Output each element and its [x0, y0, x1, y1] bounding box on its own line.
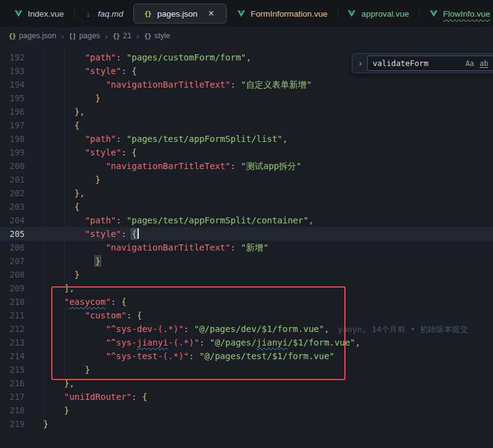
code-line[interactable]: 210 "easycom": {	[0, 295, 493, 309]
line-number[interactable]: 205	[0, 227, 35, 241]
code-line[interactable]: 209 ],	[0, 281, 493, 295]
line-number[interactable]: 211	[0, 309, 35, 322]
line-number[interactable]: 217	[0, 390, 35, 404]
code-line[interactable]: 218 }	[0, 404, 493, 417]
code-line[interactable]: 196 },	[0, 105, 493, 118]
line-number[interactable]: 204	[0, 214, 35, 227]
code-line[interactable]: 207 }	[0, 254, 493, 268]
chevron-right-icon[interactable]: ›	[357, 57, 364, 70]
code-token: :	[189, 351, 199, 361]
code-token: }	[95, 256, 100, 266]
code-token: }	[95, 93, 100, 103]
tab-forminformation-vue[interactable]: FormInformation.vue	[226, 4, 338, 23]
line-number[interactable]: 194	[0, 78, 35, 91]
code-line[interactable]: 206 "navigationBarTitleText": "新增"	[0, 241, 493, 254]
code-line[interactable]: 201 }	[0, 173, 493, 186]
code-token: "navigationBarTitleText"	[106, 243, 230, 252]
whole-word-button[interactable]: ab	[477, 56, 491, 72]
close-icon[interactable]: ×	[205, 8, 217, 19]
code-token	[43, 80, 106, 89]
code-token: "custom"	[85, 310, 126, 320]
line-number[interactable]: 195	[0, 91, 35, 105]
code-line[interactable]: 195 }	[0, 91, 493, 105]
tab-approval-vue[interactable]: approval.vue	[338, 4, 419, 23]
code-line[interactable]: 216 },	[0, 376, 493, 390]
find-query: validateForm	[373, 57, 462, 70]
editor[interactable]: 192 "path": "pages/customForm/form",193 …	[0, 44, 493, 448]
tab-pages-json[interactable]: {}pages.json×	[133, 4, 226, 23]
code-token: "	[64, 297, 69, 307]
line-number[interactable]: 218	[0, 404, 35, 417]
line-number[interactable]: 207	[0, 254, 35, 268]
line-content: {	[35, 200, 80, 214]
breadcrumb-separator-icon: ›	[61, 31, 64, 41]
line-content: "^sys-test-(.*)": "@/pages/test/$1/form.…	[35, 349, 334, 363]
breadcrumb-item-pages[interactable]: []pages	[68, 31, 100, 40]
code-line[interactable]: 200 "navigationBarTitleText": "测试app拆分"	[0, 159, 493, 173]
breadcrumb-item-pages-json[interactable]: {}pages.json	[9, 31, 56, 40]
line-number[interactable]: 219	[0, 417, 35, 431]
code-line[interactable]: 202 },	[0, 186, 493, 200]
line-number[interactable]: 212	[0, 322, 35, 336]
code-token: {	[131, 147, 136, 157]
line-number[interactable]: 203	[0, 200, 35, 214]
code-line[interactable]: 205 "style": {	[0, 227, 493, 241]
tab-label: FlowInfo.vue	[443, 9, 491, 19]
line-content: "path": "pages/customForm/form",	[35, 51, 251, 64]
breadcrumb-item-21[interactable]: {}21	[113, 31, 132, 40]
code-line[interactable]: 194 "navigationBarTitleText": "自定义表单新增"	[0, 78, 493, 91]
code-line[interactable]: 197 {	[0, 118, 493, 132]
tab-faq-md[interactable]: ↓faq.md	[74, 4, 133, 23]
code-token	[43, 215, 85, 225]
line-content: }	[35, 417, 48, 431]
code-token: ,	[80, 107, 85, 117]
code-line[interactable]: 211 "custom": {	[0, 309, 493, 322]
line-number[interactable]: 192	[0, 51, 35, 64]
line-number[interactable]: 214	[0, 349, 35, 363]
line-number[interactable]: 210	[0, 295, 35, 309]
tab-index-vue[interactable]: Index.vue	[4, 4, 74, 23]
code-token: ,	[324, 324, 329, 334]
code-token: :	[199, 338, 210, 347]
code-line[interactable]: 198 "path": "pages/test/appFormSplit/lis…	[0, 132, 493, 146]
line-number[interactable]: 209	[0, 281, 35, 295]
object-icon: {}	[144, 32, 151, 39]
line-number[interactable]: 216	[0, 376, 35, 390]
code-token: :	[184, 324, 194, 334]
breadcrumb-item-style[interactable]: {}style	[144, 31, 170, 40]
code-line[interactable]: 204 "path": "pages/test/appFormSplit/con…	[0, 214, 493, 227]
find-input[interactable]: validateForm Aa ab .*	[367, 56, 493, 71]
code-line[interactable]: 219}	[0, 417, 493, 431]
code-line[interactable]: 208 }	[0, 268, 493, 281]
line-number[interactable]: 193	[0, 64, 35, 78]
code-line[interactable]: 215 }	[0, 363, 493, 376]
code-line[interactable]: 217 "uniIdRouter": {	[0, 390, 493, 404]
code-token: "path"	[85, 215, 116, 225]
line-number[interactable]: 200	[0, 159, 35, 173]
breadcrumb-label: pages	[79, 31, 100, 40]
line-number[interactable]: 199	[0, 146, 35, 159]
code-token: "path"	[85, 134, 116, 144]
match-case-button[interactable]: Aa	[463, 56, 476, 72]
line-number[interactable]: 215	[0, 363, 35, 376]
line-number[interactable]: 196	[0, 105, 35, 118]
code-line[interactable]: 203 {	[0, 200, 493, 214]
line-number[interactable]: 206	[0, 241, 35, 254]
code-token	[43, 52, 85, 62]
code-line[interactable]: 199 "style": {	[0, 146, 493, 159]
tab-flowinfo-vue[interactable]: FlowInfo.vue	[419, 4, 493, 23]
code-line[interactable]: 213 "^sys-jianyi-(.*)": "@/pages/jianyi/…	[0, 336, 493, 349]
line-content: "style": {	[35, 227, 139, 241]
line-number[interactable]: 202	[0, 186, 35, 200]
code-token: "@/pages/dev/$1/form.vue"	[194, 324, 324, 334]
code-line[interactable]: 212 "^sys-dev-(.*)": "@/pages/dev/$1/for…	[0, 322, 493, 336]
line-number[interactable]: 213	[0, 336, 35, 349]
code-line[interactable]: 214 "^sys-test-(.*)": "@/pages/test/$1/f…	[0, 349, 493, 363]
line-number[interactable]: 197	[0, 118, 35, 132]
line-number[interactable]: 198	[0, 132, 35, 146]
line-number[interactable]: 208	[0, 268, 35, 281]
code-token: "style"	[85, 66, 121, 76]
code-token: "pages/test/appFormSplit/container"	[126, 215, 309, 225]
line-number[interactable]: 201	[0, 173, 35, 186]
line-content: "path": "pages/test/appFormSplit/contain…	[35, 214, 313, 227]
